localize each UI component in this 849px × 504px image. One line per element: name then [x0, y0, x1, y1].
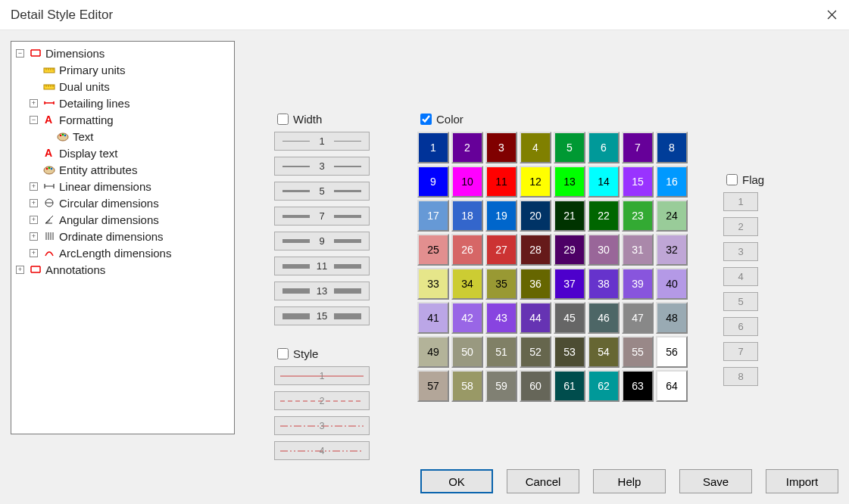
color-swatch[interactable]: 54 [588, 336, 620, 368]
color-swatch[interactable]: 6 [588, 132, 620, 163]
color-swatch[interactable]: 58 [451, 370, 483, 402]
color-swatch[interactable]: 38 [588, 268, 620, 300]
width-checkbox[interactable] [277, 114, 289, 125]
color-swatch[interactable]: 59 [485, 370, 517, 402]
color-swatch[interactable]: 46 [588, 302, 620, 334]
flag-option[interactable]: 6 [723, 317, 758, 336]
color-swatch[interactable]: 37 [554, 268, 585, 300]
tree-expander[interactable]: − [30, 116, 38, 124]
flag-checkbox[interactable] [726, 174, 738, 185]
color-swatch[interactable]: 29 [554, 234, 585, 266]
style-checkbox[interactable] [277, 348, 289, 359]
tree-item[interactable]: +Angular dimensions [13, 211, 233, 228]
color-swatch[interactable]: 3 [485, 132, 517, 163]
color-swatch[interactable]: 33 [417, 268, 449, 300]
tree-expander[interactable]: + [30, 232, 38, 241]
tree-expander[interactable]: + [30, 199, 38, 207]
color-swatch[interactable]: 22 [588, 200, 620, 232]
color-swatch[interactable]: 48 [656, 302, 688, 334]
flag-option[interactable]: 3 [723, 242, 758, 261]
color-swatch[interactable]: 28 [520, 234, 551, 266]
tree-expander[interactable]: + [30, 249, 38, 257]
color-swatch[interactable]: 47 [622, 302, 654, 334]
tree-item[interactable]: +Circular dimensions [13, 194, 233, 211]
flag-option[interactable]: 1 [723, 192, 758, 211]
tree-item[interactable]: +Linear dimensions [13, 178, 233, 194]
cancel-button[interactable]: Cancel [507, 469, 579, 493]
color-swatch[interactable]: 24 [656, 200, 688, 232]
color-swatch[interactable]: 64 [656, 370, 688, 402]
color-swatch[interactable]: 45 [554, 302, 585, 334]
width-option[interactable]: 13 [274, 282, 370, 300]
color-swatch[interactable]: 11 [485, 166, 517, 198]
color-swatch[interactable]: 10 [451, 166, 483, 198]
color-swatch[interactable]: 42 [451, 302, 483, 334]
color-swatch[interactable]: 60 [520, 370, 551, 402]
style-tree[interactable]: −DimensionsPrimary unitsDual units+Detai… [11, 41, 235, 434]
color-swatch[interactable]: 52 [520, 336, 551, 368]
style-option[interactable]: 3 [274, 416, 370, 435]
color-swatch[interactable]: 14 [588, 166, 620, 198]
color-swatch[interactable]: 19 [485, 200, 517, 232]
width-option[interactable]: 9 [274, 232, 370, 250]
style-option[interactable]: 4 [274, 441, 370, 460]
color-swatch[interactable]: 32 [656, 234, 688, 266]
ok-button[interactable]: OK [420, 469, 493, 493]
color-swatch[interactable]: 31 [622, 234, 654, 266]
color-swatch[interactable]: 50 [451, 336, 483, 368]
tree-item[interactable]: +Annotations [13, 261, 233, 278]
color-swatch[interactable]: 9 [417, 166, 449, 198]
tree-item[interactable]: Dual units [13, 78, 233, 95]
color-swatch[interactable]: 57 [417, 370, 449, 402]
color-swatch[interactable]: 17 [417, 200, 449, 232]
style-option[interactable]: 1 [274, 366, 370, 385]
help-button[interactable]: Help [593, 469, 666, 493]
flag-option[interactable]: 2 [723, 217, 758, 236]
color-swatch[interactable]: 55 [622, 336, 654, 368]
tree-item[interactable]: Entity attributes [13, 161, 233, 178]
color-swatch[interactable]: 21 [554, 200, 585, 232]
color-swatch[interactable]: 30 [588, 234, 620, 266]
flag-option[interactable]: 8 [723, 367, 758, 386]
color-swatch[interactable]: 4 [520, 132, 551, 163]
close-button[interactable] [814, 0, 849, 30]
color-swatch[interactable]: 8 [656, 132, 688, 163]
tree-item[interactable]: +Ordinate dimensions [13, 228, 233, 244]
tree-expander[interactable]: + [30, 182, 38, 191]
width-option[interactable]: 5 [274, 182, 370, 201]
tree-item[interactable]: +Detailing lines [13, 95, 233, 111]
color-swatch[interactable]: 26 [451, 234, 483, 266]
tree-item[interactable]: −AFormatting [13, 111, 233, 128]
color-swatch[interactable]: 12 [520, 166, 551, 198]
flag-option[interactable]: 4 [723, 267, 758, 286]
color-swatch[interactable]: 35 [485, 268, 517, 300]
color-swatch[interactable]: 56 [656, 336, 688, 368]
color-swatch[interactable]: 63 [622, 370, 654, 402]
color-swatch[interactable]: 49 [417, 336, 449, 368]
color-swatch[interactable]: 18 [451, 200, 483, 232]
color-swatch[interactable]: 1 [417, 132, 449, 163]
flag-option[interactable]: 7 [723, 342, 758, 361]
save-button[interactable]: Save [679, 469, 752, 493]
style-option[interactable]: 2 [274, 391, 370, 410]
width-option[interactable]: 7 [274, 207, 370, 226]
color-swatch[interactable]: 2 [451, 132, 483, 163]
tree-item[interactable]: −Dimensions [13, 45, 233, 61]
color-checkbox[interactable] [420, 114, 432, 125]
tree-item[interactable]: Primary units [13, 61, 233, 78]
color-swatch[interactable]: 44 [520, 302, 551, 334]
color-swatch[interactable]: 7 [622, 132, 654, 163]
width-checkbox-label[interactable]: Width [274, 111, 373, 127]
color-swatch[interactable]: 27 [485, 234, 517, 266]
tree-item[interactable]: ADisplay text [13, 145, 233, 161]
tree-item[interactable]: +ArcLength dimensions [13, 244, 233, 261]
color-swatch[interactable]: 41 [417, 302, 449, 334]
color-swatch[interactable]: 53 [554, 336, 585, 368]
flag-option[interactable]: 5 [723, 292, 758, 311]
color-swatch[interactable]: 39 [622, 268, 654, 300]
tree-expander[interactable]: + [30, 216, 38, 224]
color-swatch[interactable]: 25 [417, 234, 449, 266]
tree-expander[interactable]: + [16, 266, 24, 274]
color-swatch[interactable]: 36 [520, 268, 551, 300]
color-swatch[interactable]: 43 [485, 302, 517, 334]
